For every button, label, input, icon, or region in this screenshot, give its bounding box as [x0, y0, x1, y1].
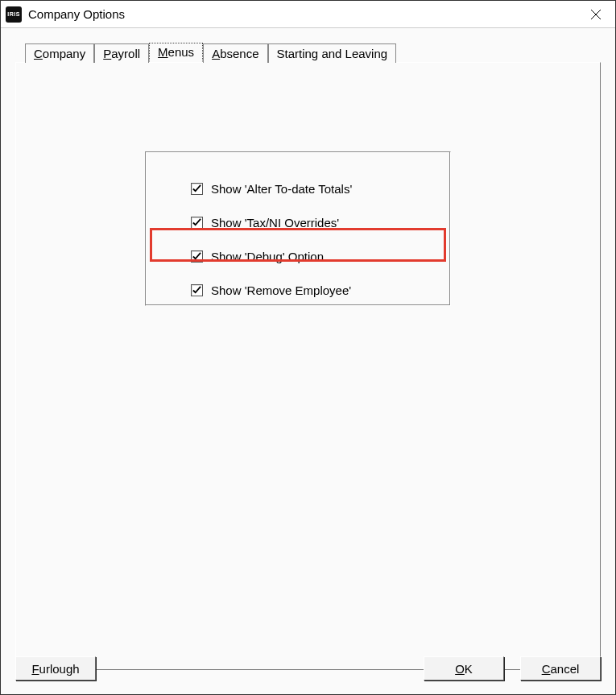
- checkbox-label-debug[interactable]: Show 'Debug' Option: [211, 250, 324, 263]
- cancel-button[interactable]: Cancel: [520, 656, 601, 681]
- menus-options-group: Show 'Alter To-date Totals' Show 'Tax/NI…: [145, 151, 451, 306]
- check-row-tax-ni: Show 'Tax/NI Overrides': [191, 205, 434, 239]
- app-icon: IRIS: [6, 6, 22, 23]
- checkbox-label-tax-ni[interactable]: Show 'Tax/NI Overrides': [211, 216, 339, 230]
- titlebar: IRIS Company Options: [1, 1, 615, 28]
- tab-strip: Company Payroll Menus Absence Starting a…: [25, 43, 396, 62]
- tab-payroll[interactable]: Payroll: [94, 43, 149, 63]
- checkbox-debug[interactable]: [191, 250, 203, 263]
- dialog-button-row: Furlough OK Cancel: [15, 654, 601, 683]
- tab-starting-and-leaving[interactable]: Starting and Leaving: [268, 43, 397, 63]
- close-icon: [590, 9, 602, 20]
- checkbox-alter-totals[interactable]: [191, 183, 203, 195]
- check-row-debug: Show 'Debug' Option: [191, 239, 434, 273]
- check-row-remove-employee: Show 'Remove Employee': [191, 273, 434, 307]
- dialog-window: IRIS Company Options Company Payroll Men…: [0, 0, 616, 695]
- tab-absence[interactable]: Absence: [203, 43, 267, 63]
- checkbox-remove-employee[interactable]: [191, 284, 203, 296]
- dialog-content: Company Payroll Menus Absence Starting a…: [1, 28, 615, 694]
- furlough-button[interactable]: Furlough: [15, 656, 96, 681]
- window-title: Company Options: [28, 7, 125, 21]
- check-row-alter-totals: Show 'Alter To-date Totals': [191, 172, 434, 205]
- checkbox-label-remove-employee[interactable]: Show 'Remove Employee': [211, 283, 351, 297]
- checkbox-tax-ni[interactable]: [191, 217, 203, 229]
- close-button[interactable]: [580, 3, 612, 26]
- tab-page-menus: Show 'Alter To-date Totals' Show 'Tax/NI…: [15, 62, 601, 670]
- tab-menus[interactable]: Menus: [149, 43, 203, 62]
- ok-button[interactable]: OK: [424, 656, 504, 681]
- checkbox-label-alter-totals[interactable]: Show 'Alter To-date Totals': [211, 182, 352, 196]
- tab-company[interactable]: Company: [25, 43, 94, 63]
